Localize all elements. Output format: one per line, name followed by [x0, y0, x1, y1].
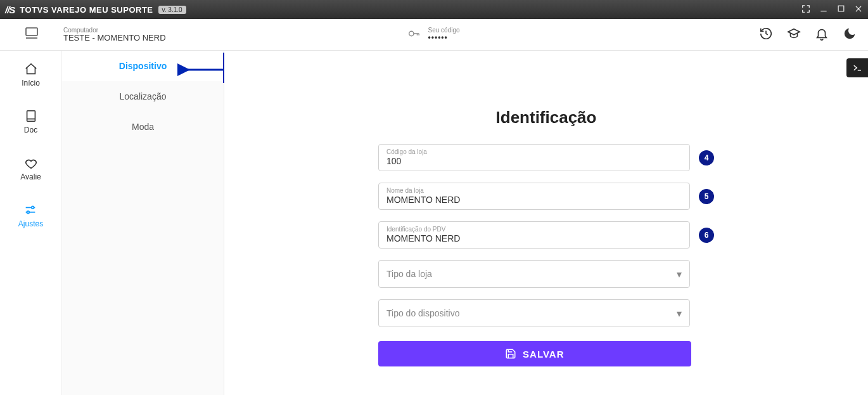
settings-sidebar: Dispositivo Localização Moda: [62, 51, 224, 395]
rail-item-avalie[interactable]: Avalie: [20, 156, 41, 181]
graduation-icon[interactable]: [787, 27, 801, 43]
rail-item-ajustes[interactable]: Ajustes: [18, 203, 43, 228]
page-title: Identificação: [378, 108, 714, 127]
badge-4: 4: [699, 150, 714, 165]
code-value: ••••••: [428, 34, 460, 42]
id-pdv-input[interactable]: [386, 233, 682, 243]
field-nome-loja[interactable]: Nome da loja: [378, 183, 690, 210]
app-version: v. 3.1.0: [158, 6, 186, 14]
rail-item-inicio[interactable]: Início: [22, 62, 40, 87]
monitor-icon: [24, 25, 39, 43]
fullscreen-icon[interactable]: [801, 4, 810, 15]
maximize-button[interactable]: [837, 4, 845, 15]
key-icon: [407, 27, 421, 43]
svg-point-14: [32, 207, 34, 209]
code-info: Seu código ••••••: [428, 27, 460, 42]
field-label: Nome da loja: [386, 187, 682, 194]
sidebar-item-localizacao[interactable]: Localização: [62, 81, 224, 112]
terminal-icon: [852, 62, 863, 74]
minimize-button[interactable]: [819, 4, 828, 15]
field-label: Código da loja: [386, 148, 682, 155]
chevron-down-icon: ▾: [677, 308, 682, 320]
main-content: Identificação Código da loja 4 Nome da l…: [224, 51, 868, 395]
terminal-button[interactable]: [846, 58, 868, 77]
save-icon: [505, 348, 516, 359]
computer-value: TESTE - MOMENTO NERD: [63, 34, 166, 42]
left-rail: Início Doc Avalie Ajustes: [0, 51, 62, 395]
field-label: Identificação do PDV: [386, 226, 682, 233]
rail-label: Início: [22, 79, 40, 87]
badge-5: 5: [699, 189, 714, 204]
rail-item-doc[interactable]: Doc: [24, 109, 38, 134]
rail-label: Doc: [24, 126, 37, 134]
app-name: TOTVS VAREJO MEU SUPORTE: [20, 5, 153, 15]
info-bar: Computador TESTE - MOMENTO NERD Seu códi…: [0, 19, 868, 51]
badge-6: 6: [699, 228, 714, 243]
field-codigo-loja[interactable]: Código da loja: [378, 144, 690, 171]
field-id-pdv[interactable]: Identificação do PDV: [378, 221, 690, 249]
save-button-label: SALVAR: [523, 349, 564, 359]
field-tipo-loja[interactable]: Tipo da loja ▾: [378, 260, 690, 288]
select-placeholder: Tipo da loja: [386, 269, 677, 279]
svg-rect-4: [26, 28, 37, 36]
rail-label: Ajustes: [18, 219, 43, 228]
svg-point-6: [409, 31, 413, 36]
dark-mode-icon[interactable]: [843, 27, 857, 43]
title-bar: //S TOTVS VAREJO MEU SUPORTE v. 3.1.0: [0, 0, 868, 19]
computer-info: Computador TESTE - MOMENTO NERD: [63, 27, 166, 42]
bell-icon[interactable]: [815, 27, 829, 43]
svg-rect-1: [838, 6, 844, 11]
chevron-down-icon: ▾: [677, 268, 682, 280]
nome-loja-input[interactable]: [386, 195, 682, 205]
rail-label: Avalie: [20, 172, 41, 181]
select-placeholder: Tipo do dispositivo: [386, 308, 677, 318]
sidebar-item-dispositivo[interactable]: Dispositivo: [62, 51, 224, 81]
svg-point-15: [27, 211, 30, 214]
codigo-loja-input[interactable]: [386, 156, 682, 166]
sidebar-item-moda[interactable]: Moda: [62, 112, 224, 142]
field-tipo-dispositivo[interactable]: Tipo do dispositivo ▾: [378, 299, 690, 327]
history-icon[interactable]: [759, 27, 773, 43]
close-button[interactable]: [854, 4, 863, 15]
save-button[interactable]: SALVAR: [378, 341, 691, 366]
svg-rect-10: [27, 111, 35, 122]
app-logo: //S: [5, 4, 15, 15]
